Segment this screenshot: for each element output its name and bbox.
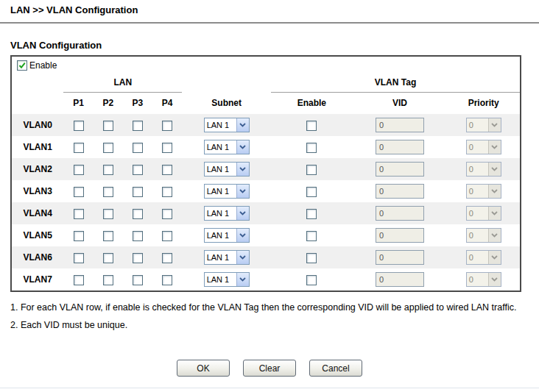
global-enable-row: Enable: [12, 57, 520, 74]
vlan-row-label: VLAN6: [12, 246, 63, 268]
select-arrow-button: [488, 163, 501, 176]
chevron-down-icon: [491, 189, 498, 193]
port-p3-checkbox[interactable]: [133, 231, 143, 241]
group-header-lan: LAN: [63, 74, 182, 92]
vlan-tag-enable-checkbox[interactable]: [306, 143, 317, 153]
select-arrow-button[interactable]: [236, 251, 249, 264]
port-p4-checkbox[interactable]: [162, 187, 172, 197]
subnet-select[interactable]: LAN 1: [204, 184, 250, 199]
select-arrow-button[interactable]: [236, 140, 249, 154]
chevron-down-icon: [491, 277, 498, 282]
select-arrow-button[interactable]: [236, 163, 249, 176]
priority-select: 0: [466, 228, 501, 243]
port-p4-checkbox[interactable]: [162, 253, 172, 263]
cancel-button[interactable]: Cancel: [309, 360, 362, 377]
vid-input: [376, 184, 424, 199]
port-p1-checkbox[interactable]: [74, 253, 84, 263]
note-2: 2. Each VID must be unique.: [10, 320, 526, 331]
vlan-tag-enable-checkbox[interactable]: [306, 165, 317, 175]
priority-select: 0: [466, 184, 501, 199]
port-p4-checkbox[interactable]: [162, 275, 172, 285]
vlan-row-label: VLAN3: [12, 180, 63, 202]
chevron-down-icon: [239, 145, 246, 149]
select-arrow-button[interactable]: [236, 229, 249, 242]
port-p1-checkbox[interactable]: [74, 121, 84, 131]
global-enable-checkbox[interactable]: [17, 60, 27, 71]
port-p2-checkbox[interactable]: [103, 231, 113, 241]
port-p2-checkbox[interactable]: [103, 253, 113, 263]
port-p3-checkbox[interactable]: [133, 209, 143, 219]
port-p2-checkbox[interactable]: [103, 187, 113, 197]
chevron-down-icon: [491, 145, 498, 149]
clear-button[interactable]: Clear: [243, 360, 296, 377]
vlan-config-panel: Enable LAN VLAN Tag P1 P2 P3: [10, 55, 521, 292]
column-header-subnet: Subnet: [182, 92, 271, 114]
table-row: VLAN2 LAN 1 0: [12, 158, 520, 180]
port-p1-checkbox[interactable]: [74, 209, 84, 219]
page-title: VLAN Configuration: [10, 40, 102, 51]
table-row: VLAN6 LAN 1 0: [12, 246, 520, 268]
port-p3-checkbox[interactable]: [133, 187, 143, 197]
vlan-configuration-page: LAN >> VLAN Configuration VLAN Configura…: [0, 0, 539, 392]
select-arrow-button[interactable]: [236, 273, 249, 286]
port-p1-checkbox[interactable]: [74, 187, 84, 197]
port-p1-checkbox[interactable]: [74, 143, 84, 153]
port-p1-checkbox[interactable]: [74, 231, 84, 241]
subnet-select[interactable]: LAN 1: [204, 272, 250, 287]
port-p2-checkbox[interactable]: [103, 143, 113, 153]
column-header-p2: P2: [94, 92, 123, 114]
subnet-select-value: LAN 1: [205, 207, 236, 220]
action-buttons: OK Clear Cancel: [0, 360, 539, 377]
vlan-tag-enable-checkbox[interactable]: [306, 253, 317, 263]
port-p3-checkbox[interactable]: [133, 275, 143, 285]
port-p4-checkbox[interactable]: [162, 209, 172, 219]
vid-input: [376, 272, 424, 287]
port-p1-checkbox[interactable]: [74, 165, 84, 175]
subnet-select-value: LAN 1: [205, 229, 236, 242]
port-p2-checkbox[interactable]: [103, 209, 113, 219]
port-p2-checkbox[interactable]: [103, 275, 113, 285]
chevron-down-icon: [239, 123, 246, 127]
vid-input: [376, 140, 424, 154]
vlan-tag-enable-checkbox[interactable]: [306, 187, 317, 197]
vlan-tag-enable-checkbox[interactable]: [306, 209, 317, 219]
select-arrow-button[interactable]: [236, 118, 249, 132]
breadcrumb: LAN >> VLAN Configuration: [10, 4, 138, 15]
port-p4-checkbox[interactable]: [162, 231, 172, 241]
port-p1-checkbox[interactable]: [74, 275, 84, 285]
port-p3-checkbox[interactable]: [133, 165, 143, 175]
vlan-row-label: VLAN1: [12, 136, 63, 158]
subnet-select[interactable]: LAN 1: [204, 228, 250, 243]
select-arrow-button: [488, 185, 501, 198]
vlan-tag-enable-checkbox[interactable]: [306, 231, 317, 241]
port-p3-checkbox[interactable]: [133, 253, 143, 263]
chevron-down-icon: [491, 255, 498, 260]
vlan-tag-enable-checkbox[interactable]: [306, 275, 317, 285]
select-arrow-button[interactable]: [236, 207, 249, 220]
priority-select: 0: [466, 272, 501, 287]
subnet-select[interactable]: LAN 1: [204, 250, 250, 265]
subnet-select[interactable]: LAN 1: [204, 162, 250, 177]
port-p4-checkbox[interactable]: [162, 121, 172, 131]
ok-button[interactable]: OK: [177, 360, 230, 377]
column-header-priority: Priority: [447, 92, 520, 114]
port-p4-checkbox[interactable]: [162, 165, 172, 175]
chevron-down-icon: [491, 233, 498, 238]
port-p4-checkbox[interactable]: [162, 143, 172, 153]
chevron-down-icon: [239, 211, 246, 215]
vlan-row-label: VLAN4: [12, 202, 63, 224]
vid-input: [376, 206, 424, 221]
subnet-select[interactable]: LAN 1: [204, 140, 250, 154]
select-arrow-button[interactable]: [236, 185, 249, 198]
global-enable-label: Enable: [29, 60, 57, 71]
port-p3-checkbox[interactable]: [133, 143, 143, 153]
priority-select-value: 0: [467, 229, 488, 242]
subnet-select[interactable]: LAN 1: [204, 118, 250, 132]
subnet-select[interactable]: LAN 1: [204, 206, 250, 221]
vlan-tag-enable-checkbox[interactable]: [306, 121, 317, 131]
port-p2-checkbox[interactable]: [103, 165, 113, 175]
table-row: VLAN3 LAN 1 0: [12, 180, 520, 202]
group-header-vlan-tag: VLAN Tag: [271, 74, 520, 92]
port-p2-checkbox[interactable]: [103, 121, 113, 131]
port-p3-checkbox[interactable]: [133, 121, 143, 131]
